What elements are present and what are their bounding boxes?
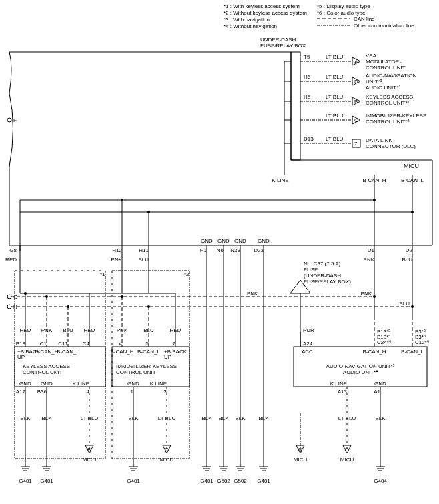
svg-text:PNK: PNK [364, 257, 375, 263]
svg-text:B18: B18 [16, 341, 26, 347]
svg-text:LT BLU: LT BLU [326, 136, 344, 142]
svg-text:PNK: PNK [111, 257, 123, 263]
svg-text:MICU: MICU [404, 163, 419, 169]
svg-text:MICU: MICU [340, 457, 354, 463]
svg-text:N38: N38 [230, 247, 240, 253]
svg-text:K LINE: K LINE [330, 381, 347, 387]
svg-text:KEYLESS ACCESSCONTROL UNIT: KEYLESS ACCESSCONTROL UNIT [23, 363, 70, 375]
svg-text:G401: G401 [257, 478, 270, 484]
svg-text:1: 1 [131, 389, 134, 395]
svg-text:D2: D2 [406, 247, 413, 253]
svg-text:C: C [354, 117, 358, 123]
keyless-access-unit: *1 KEYLESS ACCESSCONTROL UNIT RED PNK BL… [15, 271, 105, 467]
svg-text:B-CAN_H: B-CAN_H [35, 349, 58, 355]
svg-text:4: 4 [119, 341, 123, 347]
svg-text:ACC: ACC [302, 349, 313, 355]
svg-text:+B BACKUP: +B BACKUP [164, 349, 187, 360]
svg-text:RED: RED [84, 327, 95, 333]
audio-nav-unit: AUDIO-NAVIGATION UNIT*³AUDIO UNIT*⁴ ACC … [294, 317, 429, 467]
svg-text:CAN line: CAN line [354, 16, 375, 22]
ground-symbols [21, 467, 385, 471]
svg-text:B-CAN_L: B-CAN_L [57, 349, 79, 355]
svg-text:K LINE: K LINE [150, 381, 167, 387]
svg-text:B-CAN_H: B-CAN_H [362, 349, 386, 355]
svg-text:K LINE: K LINE [272, 177, 288, 183]
svg-text:*2: *2 [184, 271, 189, 277]
svg-text:7: 7 [173, 341, 176, 347]
svg-text:D1: D1 [368, 247, 375, 253]
svg-point-123 [45, 295, 48, 298]
svg-text:PNK: PNK [247, 291, 258, 297]
svg-text:LT BLU: LT BLU [326, 94, 344, 100]
svg-text:LT BLU: LT BLU [338, 415, 356, 421]
svg-text:5: 5 [146, 341, 149, 347]
svg-point-69 [121, 199, 123, 201]
svg-text:VSAMODULATOR-CONTROL UNIT: VSAMODULATOR-CONTROL UNIT [366, 53, 406, 71]
svg-text:G401: G401 [127, 478, 140, 484]
svg-text:B-CAN_L: B-CAN_L [137, 349, 160, 355]
svg-point-102 [7, 305, 11, 309]
svg-point-70 [147, 211, 150, 213]
svg-text:GND: GND [374, 381, 386, 387]
svg-text:*1: *1 [100, 271, 105, 277]
svg-text:LT BLU: LT BLU [326, 113, 344, 119]
svg-text:D23: D23 [254, 247, 264, 253]
svg-text:*3 : With navigation: *3 : With navigation [224, 17, 270, 23]
svg-text:H5: H5 [304, 94, 311, 100]
svg-text:PNK: PNK [361, 291, 372, 297]
svg-text:B-CAN_H: B-CAN_H [362, 177, 386, 183]
svg-text:GND: GND [19, 381, 31, 387]
svg-text:GND: GND [41, 381, 53, 387]
svg-text:*5 : Display audio type: *5 : Display audio type [317, 3, 370, 9]
svg-text:T5: T5 [304, 54, 310, 60]
svg-text:B36: B36 [37, 389, 47, 395]
svg-text:D: D [298, 447, 302, 453]
svg-text:A24: A24 [303, 341, 313, 347]
svg-text:IMMOBILIZER-KEYLESSCONTROL UNI: IMMOBILIZER-KEYLESSCONTROL UNIT*² [366, 113, 426, 125]
svg-text:G401: G401 [19, 478, 32, 484]
svg-point-63 [411, 211, 414, 213]
svg-text:GND: GND [234, 238, 246, 244]
svg-point-124 [67, 305, 69, 308]
svg-text:LT BLU: LT BLU [81, 415, 99, 421]
svg-text:LT BLU: LT BLU [326, 74, 344, 80]
svg-text:BLK: BLK [235, 415, 246, 421]
svg-text:*4 : Without navigation: *4 : Without navigation [224, 23, 277, 29]
svg-text:D: D [345, 447, 349, 453]
svg-text:BLU: BLU [399, 301, 410, 307]
svg-text:B-CAN_L: B-CAN_L [401, 349, 424, 355]
svg-text:C12*⁶: C12*⁶ [415, 339, 429, 345]
svg-text:C: C [165, 447, 169, 453]
svg-text:F: F [13, 117, 17, 123]
svg-text:4: 4 [87, 389, 90, 395]
svg-text:MICU: MICU [83, 457, 97, 463]
svg-text:D: D [354, 79, 358, 85]
svg-text:H6: H6 [304, 74, 311, 80]
svg-text:BLU: BLU [138, 257, 149, 263]
svg-text:D13: D13 [304, 136, 314, 142]
svg-text:B: B [354, 99, 358, 105]
svg-text:LT BLU: LT BLU [158, 415, 176, 421]
svg-point-62 [373, 199, 376, 201]
svg-text:*1 : With keyless access syste: *1 : With keyless access system [224, 3, 300, 9]
svg-text:BLK: BLK [128, 415, 139, 421]
svg-text:C1: C1 [40, 341, 47, 347]
svg-text:RED: RED [5, 257, 17, 263]
svg-rect-17 [291, 52, 300, 160]
svg-text:G8: G8 [9, 247, 17, 253]
svg-text:GND: GND [201, 238, 213, 244]
svg-text:BLU: BLU [402, 257, 412, 263]
svg-text:3: 3 [164, 389, 167, 395]
svg-point-110 [411, 305, 414, 308]
immobilizer-unit: *2 IMMOBILIZER-KEYLESSCONTROL UNIT PNK B… [89, 271, 189, 467]
svg-text:*6 : Color audio type: *6 : Color audio type [317, 10, 366, 16]
svg-text:MICU: MICU [160, 457, 174, 463]
svg-text:GND: GND [127, 381, 139, 387]
svg-text:B: B [87, 447, 91, 453]
svg-text:MICU: MICU [294, 457, 308, 463]
svg-text:B-CAN_H: B-CAN_H [110, 349, 133, 355]
svg-text:B-CAN_L: B-CAN_L [401, 177, 424, 183]
svg-text:G401: G401 [40, 478, 53, 484]
svg-text:A1: A1 [374, 389, 380, 395]
svg-text:BLK: BLK [201, 415, 212, 421]
